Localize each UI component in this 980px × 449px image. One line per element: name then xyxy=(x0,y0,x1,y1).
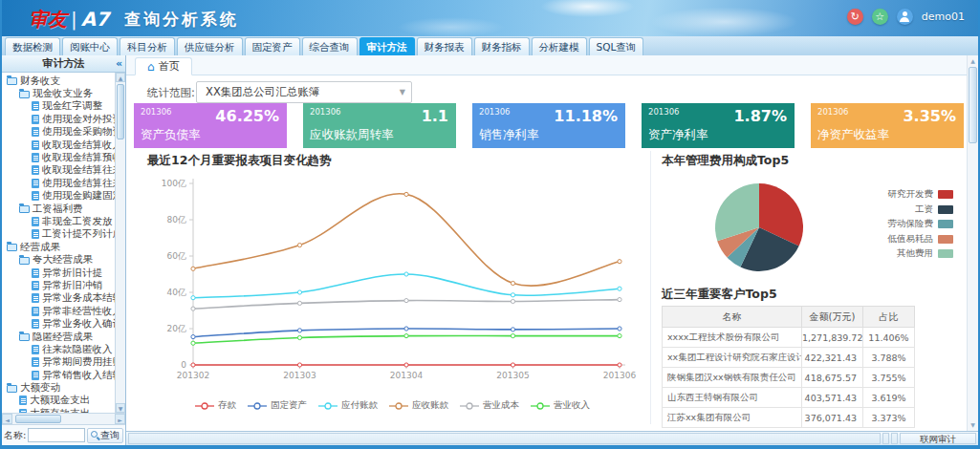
table-row[interactable]: 山东西王特钢有限公司403,571.433.619% xyxy=(663,388,915,408)
kpi-card[interactable]: 2013063.35%净资产收益率 xyxy=(811,103,964,148)
legend-item[interactable]: 营业成本 xyxy=(459,399,519,412)
tree-item[interactable]: 现金红字调整 xyxy=(2,100,115,113)
nav-tab[interactable]: 阅账中心 xyxy=(62,37,118,55)
scrollbar-thumb[interactable] xyxy=(117,84,124,139)
legend-item[interactable]: 其他费用 xyxy=(838,246,953,262)
logout-icon[interactable]: ↻ xyxy=(847,9,863,25)
legend-label: 营业成本 xyxy=(483,399,519,412)
legend-item[interactable]: 应付账款 xyxy=(317,399,378,412)
sidebar-vertical-scrollbar[interactable]: ▲ ▼ xyxy=(115,73,125,413)
page-title: 查询分析系统 xyxy=(124,9,239,31)
tree-item[interactable]: 收取现金结算往来款 xyxy=(2,164,115,177)
tree-item[interactable]: 异常业务成本结转 xyxy=(2,292,115,305)
user-icon[interactable] xyxy=(897,9,913,25)
scrollbar-thumb[interactable] xyxy=(969,67,977,143)
table-column-header: 占比 xyxy=(863,307,915,328)
tree-item[interactable]: 异常业务收入确认 xyxy=(2,317,115,330)
kpi-card[interactable]: 2013061.87%资产净利率 xyxy=(642,103,795,148)
nav-tab[interactable]: 综合查询 xyxy=(302,37,358,55)
scroll-right-icon[interactable]: ► xyxy=(115,414,125,424)
tree-item[interactable]: 使用现金购建固定资... xyxy=(2,190,115,203)
scroll-down-icon[interactable]: ▼ xyxy=(116,403,125,413)
sidebar-tree: 财务收支现金收支业务现金红字调整使用现金对外投资使用现金采购物资收取现金结算收入… xyxy=(2,73,115,413)
tree-item[interactable]: 现金收支业务 xyxy=(2,87,115,99)
tree-item[interactable]: 使用现金采购物资 xyxy=(2,126,115,139)
tab-home[interactable]: ⌂ 首页 xyxy=(135,57,192,75)
online-audit-button[interactable]: 联网审计 xyxy=(900,433,976,444)
status-bar: 联网审计 xyxy=(126,431,978,445)
search-button[interactable]: 查询 xyxy=(87,428,123,443)
legend-item[interactable]: 研究开发费 xyxy=(838,187,953,203)
tree-item[interactable]: 异常销售收入结转 xyxy=(2,369,115,381)
scope-select[interactable]: XX集团总公司汇总账簿 ▼ xyxy=(196,81,412,103)
tree-item[interactable]: 使用现金对外投资 xyxy=(2,113,115,125)
table-row[interactable]: xxxx工程技术股份有限公司1,271,839.7211.406% xyxy=(663,328,915,348)
scroll-down-icon[interactable]: ▼ xyxy=(968,420,978,430)
table-row[interactable]: xx集团工程设计研究院石家庄设计院422,321.433.788% xyxy=(663,348,915,368)
scope-label: 统计范围: xyxy=(147,86,195,100)
file-icon xyxy=(32,357,39,367)
nav-tab[interactable]: SQL查询 xyxy=(589,37,644,55)
file-icon xyxy=(32,165,39,175)
tree-item[interactable]: 使用现金结算往来款 xyxy=(2,177,115,189)
tree-item[interactable]: 大额变动 xyxy=(2,381,115,394)
scroll-left-icon[interactable]: ◄ xyxy=(2,414,12,424)
legend-item[interactable]: 应收账款 xyxy=(388,399,448,412)
scrollbar-thumb[interactable] xyxy=(15,415,61,423)
tree-item[interactable]: 大额现金支出 xyxy=(2,395,115,407)
file-icon xyxy=(32,319,39,329)
tree-item[interactable]: 工资福利费 xyxy=(2,203,115,215)
tree-item[interactable]: 往来款隐匿收入 xyxy=(2,343,115,355)
svg-text:0: 0 xyxy=(181,360,186,370)
tree-item[interactable]: 异常非经营性收入 xyxy=(2,305,115,317)
file-icon xyxy=(32,371,39,380)
tree-item[interactable]: 异常期间费用挂账 xyxy=(2,356,115,369)
nav-tab[interactable]: 财务指标 xyxy=(474,37,530,55)
kpi-value: 3.35% xyxy=(903,107,956,125)
main-scrollbar[interactable]: ▲ ▼ xyxy=(967,55,978,431)
tree-item[interactable]: 收取现金结算预收款 xyxy=(2,151,115,163)
tree-item[interactable]: 异常折旧计提 xyxy=(2,267,115,279)
tree-item[interactable]: 夸大经营成果 xyxy=(2,253,115,266)
legend-item[interactable]: 营业收入 xyxy=(530,399,590,412)
scroll-up-icon[interactable]: ▲ xyxy=(968,56,978,66)
scope-row: 统计范围: XX集团总公司汇总账簿 ▼ xyxy=(126,80,978,105)
legend-item[interactable]: 低值易耗品 xyxy=(838,232,953,247)
nav-tab[interactable]: 审计方法 xyxy=(359,37,415,55)
tree-item[interactable]: 经营成果 xyxy=(2,241,115,253)
file-icon xyxy=(32,281,39,290)
tree-item[interactable]: 隐匿经营成果 xyxy=(2,331,115,343)
nav-tab[interactable]: 科目分析 xyxy=(120,37,175,55)
sidebar-horizontal-scrollbar[interactable]: ◄ ► xyxy=(2,413,125,424)
tree-item[interactable]: 异常折旧冲销 xyxy=(2,279,115,291)
scroll-up-icon[interactable]: ▲ xyxy=(116,73,125,82)
table-row[interactable]: 江苏xx集团有限公司376,071.433.373% xyxy=(663,408,915,428)
folder-icon xyxy=(7,244,17,251)
tree-item[interactable]: 非现金工资发放 xyxy=(2,215,115,227)
line-chart-svg: 100亿80亿60亿40亿20亿020130220130320130420130… xyxy=(134,168,650,397)
legend-label: 工资 xyxy=(915,203,933,216)
nav-tab[interactable]: 分析建模 xyxy=(532,37,587,55)
nav-tab[interactable]: 供应链分析 xyxy=(177,37,243,55)
kpi-card[interactable]: 2013061.1应收账款周转率 xyxy=(303,103,456,148)
legend-item[interactable]: 劳动保险费 xyxy=(838,217,953,232)
tree-item-label: 非现金工资发放 xyxy=(42,215,113,227)
search-input[interactable] xyxy=(28,428,85,442)
nav-tab[interactable]: 数据检测 xyxy=(5,37,60,55)
legend-item[interactable]: 存款 xyxy=(194,399,236,412)
legend-marker-icon xyxy=(247,401,268,411)
table-row[interactable]: 陕钢集团汉xx钢铁有限责任公司418,675.573.755% xyxy=(663,368,915,388)
kpi-card[interactable]: 20130646.25%资产负债率 xyxy=(134,103,287,148)
tree-item[interactable]: 收取现金结算收入 xyxy=(2,139,115,151)
nav-tab[interactable]: 财务报表 xyxy=(417,37,472,55)
tree-item[interactable]: 财务收支 xyxy=(2,75,115,87)
legend-item[interactable]: 固定资产 xyxy=(247,399,307,412)
legend-item[interactable]: 工资 xyxy=(838,203,953,218)
svg-text:201304: 201304 xyxy=(390,371,424,380)
favorite-icon[interactable]: ☆ xyxy=(872,9,888,25)
tree-item[interactable]: 工资计提不列计成本... xyxy=(2,228,115,241)
collapse-sidebar-icon[interactable]: « xyxy=(116,55,122,72)
kpi-card[interactable]: 20130611.18%销售净利率 xyxy=(472,103,625,148)
percent-cell: 11.406% xyxy=(863,328,915,348)
nav-tab[interactable]: 固定资产 xyxy=(245,37,300,55)
